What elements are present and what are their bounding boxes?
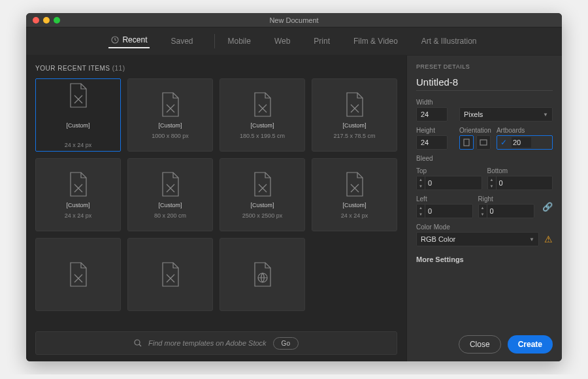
preset-card[interactable]: [Custom]24 x 24 px bbox=[35, 158, 121, 231]
tab-art-illustration[interactable]: Art & Illustration bbox=[419, 34, 480, 48]
create-button[interactable]: Create bbox=[508, 335, 553, 354]
svg-rect-4 bbox=[480, 140, 487, 145]
section-count: (11) bbox=[112, 65, 125, 72]
preset-card-dimensions: 217.5 x 78.5 cm bbox=[333, 133, 375, 139]
warning-icon: ⚠ bbox=[544, 234, 553, 244]
close-button[interactable]: Close bbox=[459, 335, 501, 354]
height-input[interactable] bbox=[416, 135, 448, 150]
stepper-down-icon[interactable]: ▼ bbox=[417, 211, 425, 218]
document-icon bbox=[252, 171, 274, 198]
link-bleed-icon[interactable]: 🔗 bbox=[542, 202, 553, 212]
chevron-down-icon: ▼ bbox=[529, 237, 534, 242]
tab-mobile[interactable]: Mobile bbox=[214, 34, 253, 48]
bleed-left-label: Left bbox=[416, 195, 473, 203]
preset-card[interactable] bbox=[35, 238, 121, 311]
orientation-landscape-button[interactable] bbox=[476, 135, 491, 150]
preset-card-dimensions: 180.5 x 199.5 cm bbox=[240, 133, 285, 139]
document-icon bbox=[159, 91, 182, 118]
bleed-label: Bleed bbox=[416, 155, 553, 162]
tab-saved[interactable]: Saved bbox=[168, 34, 195, 48]
stepper-down-icon[interactable]: ▼ bbox=[488, 183, 496, 190]
chevron-down-icon: ▼ bbox=[543, 112, 548, 118]
orientation-portrait-button[interactable] bbox=[459, 135, 474, 150]
document-icon bbox=[159, 261, 182, 288]
close-window-icon[interactable] bbox=[33, 17, 39, 24]
preset-card-name: [Custom] bbox=[250, 202, 274, 208]
web-document-icon bbox=[252, 261, 274, 288]
more-settings-button[interactable]: More Settings bbox=[416, 255, 553, 263]
preset-card-name: [Custom] bbox=[66, 202, 90, 208]
titlebar: New Document bbox=[26, 13, 562, 27]
preset-card-name: [Custom] bbox=[158, 122, 182, 129]
bleed-left-input[interactable]: ▲▼ bbox=[416, 204, 473, 218]
preset-card-name: [Custom] bbox=[158, 202, 182, 208]
tab-film-video[interactable]: Film & Video bbox=[351, 34, 400, 48]
window-controls bbox=[26, 17, 60, 24]
tab-recent[interactable]: Recent bbox=[108, 34, 150, 48]
stepper-up-icon[interactable]: ▲ bbox=[417, 205, 425, 211]
svg-rect-3 bbox=[464, 139, 469, 146]
svg-point-2 bbox=[135, 340, 140, 345]
preset-card-dimensions: 24 x 24 px bbox=[65, 212, 92, 219]
go-button[interactable]: Go bbox=[273, 337, 299, 350]
color-mode-select[interactable]: RGB Color ▼ bbox=[416, 232, 539, 246]
preset-card[interactable]: [Custom]217.5 x 78.5 cm bbox=[312, 78, 397, 152]
bleed-right-label: Right bbox=[478, 195, 535, 203]
clock-icon bbox=[111, 36, 119, 44]
stock-placeholder[interactable]: Find more templates on Adobe Stock bbox=[148, 339, 267, 347]
minimize-window-icon[interactable] bbox=[43, 17, 50, 24]
preset-card[interactable]: [Custom]180.5 x 199.5 cm bbox=[220, 78, 305, 152]
stepper-down-icon[interactable]: ▼ bbox=[417, 183, 425, 190]
document-icon bbox=[67, 261, 90, 288]
document-icon bbox=[159, 171, 182, 198]
preset-grid: [Custom]24 x 24 px[Custom]1000 x 800 px[… bbox=[35, 78, 397, 325]
preset-card[interactable]: [Custom]24 x 24 px bbox=[312, 158, 397, 231]
stepper-up-icon[interactable]: ▲ bbox=[417, 176, 425, 183]
preset-card[interactable]: [Custom]2500 x 2500 px bbox=[220, 158, 305, 231]
tab-recent-label: Recent bbox=[122, 35, 147, 44]
portrait-icon bbox=[463, 139, 470, 146]
document-icon bbox=[344, 171, 366, 198]
bleed-bottom-input[interactable]: ▲▼ bbox=[487, 176, 553, 190]
preset-card[interactable]: [Custom]80 x 200 cm bbox=[127, 158, 213, 231]
artboards-control[interactable]: ✓ bbox=[497, 135, 553, 150]
recent-items-panel: YOUR RECENT ITEMS (11) [Custom]24 x 24 p… bbox=[26, 56, 406, 361]
preset-card[interactable]: [Custom]1000 x 800 px bbox=[127, 78, 213, 152]
preset-card-dimensions: 2500 x 2500 px bbox=[242, 212, 283, 219]
artboards-checkbox-icon[interactable]: ✓ bbox=[498, 137, 509, 148]
preset-card-name: [Custom] bbox=[342, 202, 366, 208]
bleed-top-input[interactable]: ▲▼ bbox=[416, 176, 482, 190]
height-label: Height bbox=[416, 127, 454, 134]
preset-card-name: [Custom] bbox=[66, 122, 90, 129]
preset-card[interactable] bbox=[127, 238, 213, 311]
preset-details-panel: PRESET DETAILS Untitled-8 Width Pixels ▼… bbox=[406, 56, 562, 361]
preset-card-dimensions: 1000 x 800 px bbox=[152, 133, 189, 139]
width-input[interactable] bbox=[416, 107, 448, 122]
preset-details-heading: PRESET DETAILS bbox=[416, 63, 553, 70]
preset-card[interactable]: [Custom]24 x 24 px bbox=[35, 78, 121, 152]
preset-card-dimensions: 80 x 200 cm bbox=[154, 212, 186, 219]
artboards-label: Artboards bbox=[497, 127, 553, 134]
preset-card-name: [Custom] bbox=[342, 122, 366, 129]
tab-print[interactable]: Print bbox=[311, 34, 333, 48]
artboards-input[interactable] bbox=[512, 137, 531, 148]
stepper-up-icon[interactable]: ▲ bbox=[488, 176, 496, 183]
search-icon bbox=[134, 339, 142, 347]
stepper-up-icon[interactable]: ▲ bbox=[479, 205, 487, 211]
color-mode-label: Color Mode bbox=[416, 223, 553, 231]
preset-card[interactable] bbox=[220, 238, 305, 311]
preset-card-name: [Custom] bbox=[250, 122, 274, 129]
orientation-label: Orientation bbox=[459, 127, 491, 134]
document-icon bbox=[344, 91, 366, 118]
width-label: Width bbox=[416, 99, 454, 106]
color-mode-value: RGB Color bbox=[421, 235, 455, 243]
preset-card-dimensions: 24 x 24 px bbox=[65, 142, 92, 148]
units-select[interactable]: Pixels ▼ bbox=[459, 107, 553, 122]
category-tabs: Recent Saved Mobile Web Print Film & Vid… bbox=[26, 27, 562, 56]
document-name-input[interactable]: Untitled-8 bbox=[416, 76, 553, 91]
bleed-right-input[interactable]: ▲▼ bbox=[478, 204, 535, 218]
stepper-down-icon[interactable]: ▼ bbox=[479, 211, 487, 218]
tab-web[interactable]: Web bbox=[272, 34, 293, 48]
maximize-window-icon[interactable] bbox=[54, 17, 60, 24]
units-value: Pixels bbox=[464, 110, 483, 118]
